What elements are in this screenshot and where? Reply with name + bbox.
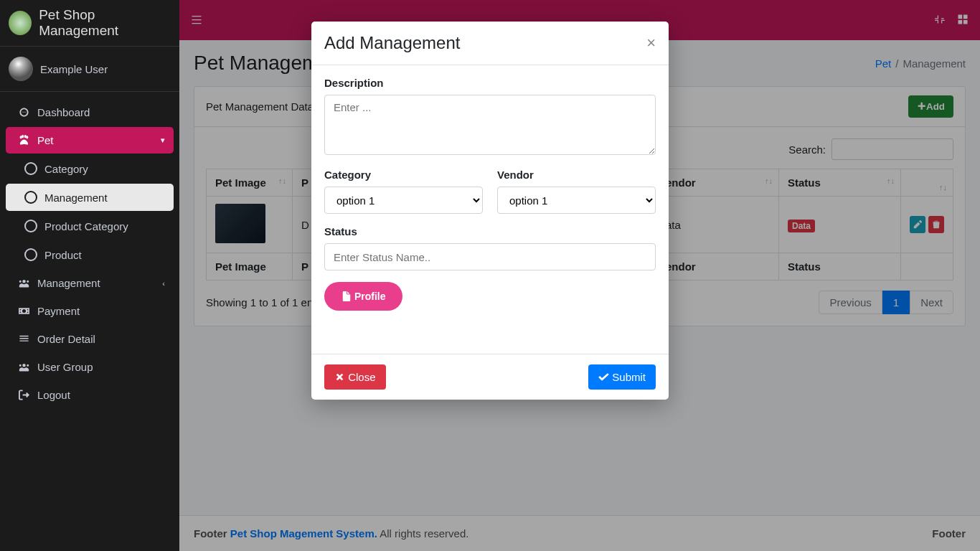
circle-icon [22,220,40,232]
sidebar-item-payment[interactable]: Payment [6,298,174,324]
user-panel[interactable]: Example User [0,47,179,92]
sidebar-item-label: Product Category [44,220,128,232]
sidebar-item-product-category[interactable]: Product Category [6,212,174,240]
modal-title: Add Management [324,33,460,53]
close-button[interactable]: Close [324,364,386,390]
logout-icon [14,390,33,400]
circle-icon [22,191,40,204]
profile-button-label: Profile [354,291,386,302]
description-label: Description [324,77,656,89]
user-name: Example User [40,63,108,75]
modal-header: Add Management × [311,22,669,65]
money-icon [14,306,33,316]
sidebar-item-label: Order Detail [37,333,95,345]
vendor-select[interactable]: option 1 [497,187,656,214]
add-management-modal: Add Management × Description Category op… [311,22,669,400]
brand[interactable]: Pet Shop Management [0,0,179,47]
sidebar-item-management[interactable]: Management [6,184,174,211]
sidebar-item-label: Pet [37,134,54,146]
paw-icon [14,135,33,146]
sidebar-item-label: Category [44,163,88,175]
avatar [9,57,33,81]
sidebar: Pet Shop Management Example User Dashboa… [0,0,179,551]
sidebar-item-user-group[interactable]: User Group [6,354,174,380]
sidebar-item-category[interactable]: Category [6,155,174,182]
sidebar-item-label: User Group [37,361,93,373]
sidebar-item-label: Payment [37,305,80,317]
sidebar-item-dashboard[interactable]: Dashboard [6,99,174,126]
vendor-label: Vendor [497,169,656,181]
sidebar-item-label: Management [37,277,100,289]
brand-title: Pet Shop Management [39,7,171,39]
category-select[interactable]: option 1 [324,187,483,214]
sidebar-item-label: Product [44,249,82,261]
submit-button[interactable]: Submit [588,364,656,390]
submit-button-label: Submit [612,371,646,383]
close-button-label: Close [348,371,375,383]
list-icon [14,334,33,344]
chevron-left-icon: ‹ [162,279,165,288]
category-label: Category [324,169,483,181]
sidebar-item-label: Management [44,192,108,204]
modal-body: Description Category option 1 Vendor opt… [311,65,669,354]
description-input[interactable] [324,95,656,155]
circle-icon [22,248,40,261]
check-icon [598,372,609,382]
file-icon [341,291,352,301]
sidebar-item-order-detail[interactable]: Order Detail [6,326,174,352]
sidebar-item-management-group[interactable]: Management ‹ [6,270,174,296]
brand-logo-icon [9,11,32,35]
users-icon [14,278,33,288]
status-label: Status [324,225,656,237]
sidebar-item-pet[interactable]: Pet ▾ [6,127,174,154]
sidebar-item-logout[interactable]: Logout [6,382,174,408]
status-input[interactable] [324,243,656,270]
sidebar-item-label: Dashboard [37,106,90,118]
chevron-down-icon: ▾ [161,136,165,145]
modal-footer: Close Submit [311,354,669,400]
times-icon [334,372,345,382]
circle-icon [22,162,40,175]
sidebar-nav: Dashboard Pet ▾ Category Management Prod… [0,92,179,415]
close-icon[interactable]: × [646,35,656,51]
users-icon [14,362,33,372]
profile-button[interactable]: Profile [324,282,402,311]
sidebar-item-product[interactable]: Product [6,241,174,268]
sidebar-item-label: Logout [37,389,70,401]
dashboard-icon [14,107,33,118]
